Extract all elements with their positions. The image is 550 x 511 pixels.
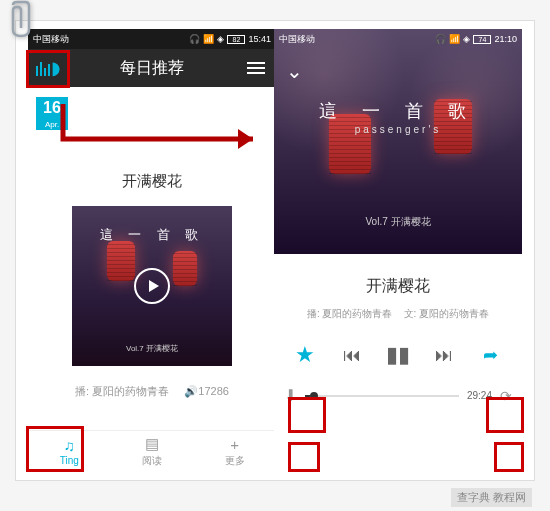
pause-button[interactable]: ▮▮: [382, 339, 414, 371]
progress-bar[interactable]: [305, 395, 459, 397]
album-subtitle: Vol.7 开满樱花: [72, 343, 232, 354]
tab-read[interactable]: ▤ 阅读: [111, 431, 194, 472]
battery-icon: 82: [227, 35, 245, 44]
tab-label: 更多: [225, 454, 245, 468]
carrier-label: 中国移动: [33, 33, 189, 46]
play-count: 17286: [198, 385, 229, 397]
hero-volume: Vol.7 开满樱花: [274, 215, 522, 229]
header-title: 每日推荐: [68, 58, 236, 79]
wifi-icon: ◈: [217, 34, 224, 44]
track-title: 开满樱花: [274, 276, 522, 297]
tab-ting[interactable]: ♫ Ting: [28, 431, 111, 472]
watermark: 查字典 教程网: [451, 488, 532, 507]
phone-left: 中国移动 🎧 📶 ◈ 82 15:41 ◗ 每日推荐 16 Apr. 开满樱花 …: [28, 29, 276, 472]
next-button[interactable]: ⏭: [428, 339, 460, 371]
lantern-decoration: [173, 251, 197, 286]
music-note-icon: ♫: [64, 437, 75, 454]
menu-icon[interactable]: [236, 62, 276, 74]
play-icon[interactable]: [134, 268, 170, 304]
album-cover[interactable]: 這 一 首 歌 Vol.7 开满樱花: [72, 206, 232, 366]
signal-icon: 📶: [203, 34, 214, 44]
status-bar: 中国移动 🎧 📶 ◈ 74 21:10: [274, 29, 522, 49]
book-icon: ▤: [145, 435, 159, 453]
meta-info: 播: 夏阳的药物青春 🔊17286: [28, 384, 276, 399]
clock-label: 15:41: [248, 34, 271, 44]
lantern-decoration: [329, 114, 371, 174]
hero-subtitle: passenger's: [274, 124, 522, 135]
headphone-icon: 🎧: [435, 34, 446, 44]
tab-label: 阅读: [142, 454, 162, 468]
clock-label: 21:10: [494, 34, 517, 44]
progress-fill: [305, 395, 310, 397]
play-count-icon: 🔊: [184, 385, 198, 397]
track-meta: 播: 夏阳的药物青春 文: 夏阳的药物青春: [274, 307, 522, 321]
date-day: 16: [36, 97, 68, 119]
status-icons: 🎧 📶 ◈ 74 21:10: [435, 34, 517, 44]
section-title: 开满樱花: [28, 172, 276, 191]
progress-row: ⬇ 29:24 ⟳: [274, 386, 522, 405]
headphone-icon: 🎧: [189, 34, 200, 44]
download-icon[interactable]: ⬇: [284, 386, 297, 405]
share-button[interactable]: ➦: [475, 339, 507, 371]
back-icon[interactable]: ⌄: [286, 59, 303, 83]
date-month: Apr.: [36, 119, 68, 130]
hero-image: 中国移动 🎧 📶 ◈ 74 21:10 ⌄ 這 一 首 歌 passenger'…: [274, 29, 522, 254]
tab-bar: ♫ Ting ▤ 阅读 + 更多: [28, 430, 276, 472]
battery-icon: 74: [473, 35, 491, 44]
progress-handle[interactable]: [310, 392, 318, 400]
hero-title: 這 一 首 歌: [274, 99, 522, 123]
prev-button[interactable]: ⏮: [336, 339, 368, 371]
loop-icon[interactable]: ⟳: [500, 388, 512, 404]
lantern-decoration: [107, 241, 135, 281]
favorite-button[interactable]: ★: [289, 339, 321, 371]
app-header: ◗ 每日推荐: [28, 49, 276, 87]
time-label: 29:24: [467, 390, 492, 401]
status-icons: 🎧 📶 ◈ 82 15:41: [189, 34, 271, 44]
paperclip-decoration: [5, 0, 35, 40]
date-badge[interactable]: 16 Apr.: [36, 97, 68, 130]
author-name: 夏阳的药物青春: [92, 385, 169, 397]
status-bar: 中国移动 🎧 📶 ◈ 82 15:41: [28, 29, 276, 49]
tab-label: Ting: [60, 455, 79, 466]
album-title: 這 一 首 歌: [72, 226, 232, 244]
plus-icon: +: [230, 436, 239, 453]
phone-right: 中国移动 🎧 📶 ◈ 74 21:10 ⌄ 這 一 首 歌 passenger'…: [274, 29, 522, 472]
player-controls: ★ ⏮ ▮▮ ⏭ ➦: [274, 339, 522, 371]
signal-icon: 📶: [449, 34, 460, 44]
carrier-label: 中国移动: [279, 33, 435, 46]
equalizer-icon[interactable]: ◗: [28, 49, 68, 87]
tutorial-card: 中国移动 🎧 📶 ◈ 82 15:41 ◗ 每日推荐 16 Apr. 开满樱花 …: [15, 20, 535, 481]
wifi-icon: ◈: [463, 34, 470, 44]
author-prefix: 播: [75, 385, 86, 397]
tab-more[interactable]: + 更多: [193, 431, 276, 472]
